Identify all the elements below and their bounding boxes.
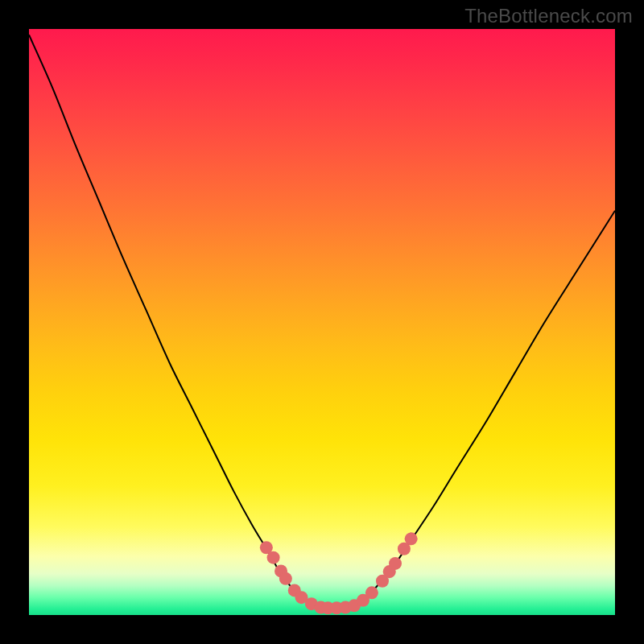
- watermark-text: TheBottleneck.com: [464, 5, 633, 27]
- bottleneck-curve: [29, 35, 615, 608]
- marker-dot: [267, 551, 280, 564]
- curve-layer: [29, 29, 615, 615]
- marker-dot: [389, 557, 402, 570]
- marker-group: [260, 532, 418, 614]
- marker-dot: [405, 532, 418, 545]
- marker-dot: [279, 572, 292, 585]
- chart-frame: TheBottleneck.com: [0, 0, 644, 644]
- plot-area: [29, 29, 615, 615]
- marker-dot: [365, 586, 378, 599]
